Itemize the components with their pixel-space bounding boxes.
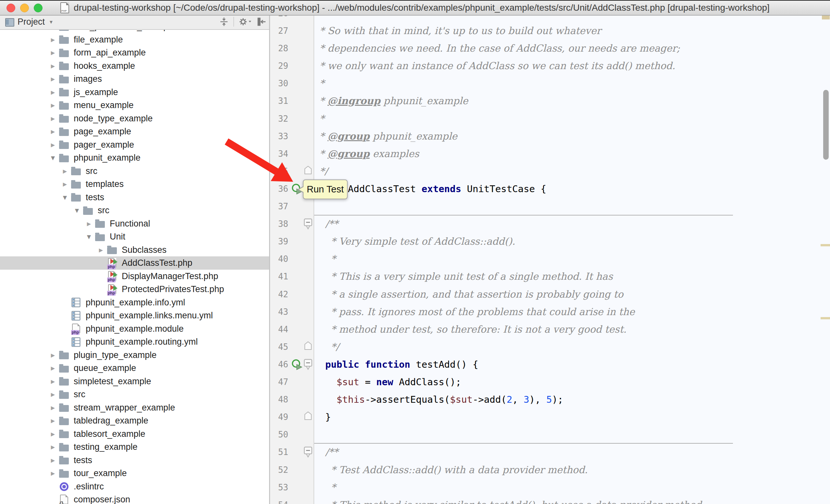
tree-expand-arrow-icon[interactable]: ▶ bbox=[49, 470, 57, 476]
vertical-scrollbar-thumb[interactable] bbox=[823, 90, 829, 160]
tree-item-form-api-example[interactable]: ▶form_api_example bbox=[0, 46, 269, 59]
tree-expand-arrow-icon[interactable]: ▶ bbox=[49, 457, 57, 464]
tree-item-images[interactable]: ▶images bbox=[0, 72, 269, 86]
code-line-31[interactable]: * @ingroup phpunit_example bbox=[314, 92, 468, 110]
tree-expand-arrow-icon[interactable]: ▶ bbox=[49, 129, 57, 135]
tree-collapse-arrow-icon[interactable]: ▼ bbox=[61, 194, 69, 201]
tree-expand-arrow-icon[interactable]: ▶ bbox=[49, 431, 57, 437]
tree-expand-arrow-icon[interactable]: ▶ bbox=[49, 37, 57, 43]
tree-item-phpunit-example-info-yml[interactable]: phpunit_example.info.yml bbox=[0, 296, 269, 309]
tree-item-functional[interactable]: ▶Functional bbox=[0, 217, 269, 230]
hide-panel-icon[interactable] bbox=[257, 17, 266, 27]
tree-item-templates[interactable]: ▶templates bbox=[0, 177, 269, 191]
settings-gear-icon[interactable] bbox=[238, 17, 252, 27]
code-line-30[interactable]: * bbox=[314, 75, 324, 92]
tree-item-queue-example[interactable]: ▶queue_example bbox=[0, 362, 269, 375]
code-line-47[interactable]: $sut = new AddClass(); bbox=[314, 373, 461, 391]
tree-item-simpletest-example[interactable]: ▶simpletest_example bbox=[0, 375, 269, 388]
tree-item-subclasses[interactable]: ▶Subclasses bbox=[0, 243, 269, 257]
tree-expand-arrow-icon[interactable]: ▶ bbox=[49, 63, 57, 69]
tree-item-composer-json[interactable]: {}composer.json bbox=[0, 493, 269, 504]
code-line-41[interactable]: * This is a very simple unit test of a s… bbox=[314, 268, 613, 285]
tree-item-unit[interactable]: ▼Unit bbox=[0, 230, 269, 243]
collapse-all-icon[interactable] bbox=[219, 17, 229, 27]
code-line-27[interactable]: * So with that in mind, it's up to us to… bbox=[314, 22, 601, 40]
tree-item-src[interactable]: ▶src bbox=[0, 388, 269, 401]
window-titlebar[interactable]: drupal-testing-workshop [~/Code/os/drupa… bbox=[0, 0, 830, 15]
tree-item-js-example[interactable]: ▶js_example bbox=[0, 86, 269, 99]
error-stripe-mark[interactable] bbox=[821, 317, 830, 320]
fold-region-collapse-icon[interactable] bbox=[304, 219, 312, 230]
tree-expand-arrow-icon[interactable]: ▶ bbox=[61, 181, 69, 187]
code-line-46[interactable]: public function testAdd() { bbox=[314, 356, 478, 373]
fold-region-end-icon[interactable] bbox=[305, 411, 312, 420]
code-line-53[interactable]: * bbox=[314, 479, 336, 496]
tree-item-src[interactable]: ▼src bbox=[0, 204, 269, 217]
tree-item-phpunit-example-links-menu-yml[interactable]: phpunit_example.links.menu.yml bbox=[0, 309, 269, 322]
tree-expand-arrow-icon[interactable]: ▶ bbox=[49, 115, 57, 122]
tree-expand-arrow-icon[interactable]: ▶ bbox=[97, 247, 105, 253]
tree-item-stream-wrapper-example[interactable]: ▶stream_wrapper_example bbox=[0, 401, 269, 414]
tree-collapse-arrow-icon[interactable]: ▼ bbox=[73, 207, 81, 213]
project-tab[interactable]: Project ▼ bbox=[4, 17, 54, 27]
tree-collapse-arrow-icon[interactable]: ▼ bbox=[85, 234, 93, 240]
code-line-36[interactable]: class AddClassTest extends UnitTestCase … bbox=[314, 180, 546, 198]
tree-expand-arrow-icon[interactable]: ▶ bbox=[49, 378, 57, 384]
tree-expand-arrow-icon[interactable]: ▶ bbox=[49, 405, 57, 411]
code-line-34[interactable]: * @group examples bbox=[314, 145, 419, 163]
tree-expand-arrow-icon[interactable]: ▶ bbox=[49, 352, 57, 358]
tree-item-file-example[interactable]: ▶file_example bbox=[0, 33, 269, 46]
code-line-38[interactable]: /** bbox=[314, 215, 338, 233]
tree-item-pager-example[interactable]: ▶pager_example bbox=[0, 138, 269, 152]
tree-item-page-example[interactable]: ▶page_example bbox=[0, 125, 269, 138]
tree-expand-arrow-icon[interactable]: ▶ bbox=[49, 392, 57, 398]
tree-item-displaymanagertest-php[interactable]: phpDisplayManagerTest.php bbox=[0, 270, 269, 283]
fold-region-end-icon[interactable] bbox=[305, 166, 312, 174]
tree-item-phpunit-example-module[interactable]: phpphpunit_example.module bbox=[0, 322, 269, 336]
zoom-button[interactable] bbox=[34, 4, 42, 12]
run-test-gutter-icon[interactable] bbox=[291, 359, 303, 371]
fold-region-collapse-icon[interactable] bbox=[304, 359, 312, 371]
tree-expand-arrow-icon[interactable]: ▶ bbox=[49, 49, 57, 56]
tree-item-tests[interactable]: ▼tests bbox=[0, 191, 269, 204]
fold-region-collapse-icon[interactable] bbox=[304, 446, 312, 458]
error-stripe-mark[interactable] bbox=[821, 244, 830, 246]
tree-item-phpunit-example-routing-yml[interactable]: phpunit_example.routing.yml bbox=[0, 335, 269, 348]
tree-expand-arrow-icon[interactable]: ▶ bbox=[61, 168, 69, 174]
code-line-42[interactable]: * a single assertion, and that assertion… bbox=[314, 285, 623, 303]
tree-item-tablesort-example[interactable]: ▶tablesort_example bbox=[0, 428, 269, 441]
close-button[interactable] bbox=[6, 4, 15, 12]
code-line-29[interactable]: * we only want an instance of AddClass s… bbox=[314, 57, 675, 75]
code-line-35[interactable]: */ bbox=[314, 163, 328, 180]
code-line-45[interactable]: */ bbox=[314, 338, 339, 356]
tree-item-testing-example[interactable]: ▶testing_example bbox=[0, 440, 269, 454]
tree-item--eslintrc[interactable]: .eslintrc bbox=[0, 480, 269, 493]
tree-expand-arrow-icon[interactable]: ▶ bbox=[49, 418, 57, 424]
tree-item-protectedprivatestest-php[interactable]: phpProtectedPrivatesTest.php bbox=[0, 283, 269, 296]
code-line-39[interactable]: * Very simple test of AddClass::add(). bbox=[314, 233, 515, 250]
code-line-43[interactable]: * pass. It ignores most of the problems … bbox=[314, 303, 635, 321]
tree-expand-arrow-icon[interactable]: ▶ bbox=[49, 89, 57, 95]
tree-item-node-type-example[interactable]: ▶node_type_example bbox=[0, 112, 269, 125]
tree-item-tabledrag-example[interactable]: ▶tabledrag_example bbox=[0, 414, 269, 428]
tree-expand-arrow-icon[interactable]: ▶ bbox=[49, 102, 57, 108]
code-line-49[interactable]: } bbox=[314, 408, 331, 426]
code-line-28[interactable]: * dependencies we need. In the case of A… bbox=[314, 40, 680, 57]
tree-expand-arrow-icon[interactable]: ▶ bbox=[49, 365, 57, 371]
tree-expand-arrow-icon[interactable]: ▶ bbox=[49, 76, 57, 82]
tree-item-menu-example[interactable]: ▶menu_example bbox=[0, 99, 269, 112]
code-line-33[interactable]: * @group phpunit_example bbox=[314, 128, 457, 145]
code-line-48[interactable]: $this->assertEquals($sut->add(2, 3), 5); bbox=[314, 391, 563, 408]
tree-expand-arrow-icon[interactable]: ▶ bbox=[49, 444, 57, 450]
tree-item-plugin-type-example[interactable]: ▶plugin_type_example bbox=[0, 348, 269, 362]
code-line-51[interactable]: /** bbox=[314, 443, 338, 461]
tree-item-addclasstest-php[interactable]: phpAddClassTest.php bbox=[0, 257, 269, 270]
tree-item-hooks-example[interactable]: ▶hooks_example bbox=[0, 59, 269, 73]
code-line-40[interactable]: * bbox=[314, 250, 336, 268]
tree-collapse-arrow-icon[interactable]: ▼ bbox=[49, 155, 57, 161]
tree-item-tests[interactable]: ▶tests bbox=[0, 454, 269, 467]
code-line-54[interactable]: * This method is very similar to testAdd… bbox=[314, 496, 701, 504]
code-line-52[interactable]: * Test AddClass::add() with a data provi… bbox=[314, 461, 588, 479]
minimize-button[interactable] bbox=[20, 4, 29, 12]
tree-item-src[interactable]: ▶src bbox=[0, 165, 269, 178]
